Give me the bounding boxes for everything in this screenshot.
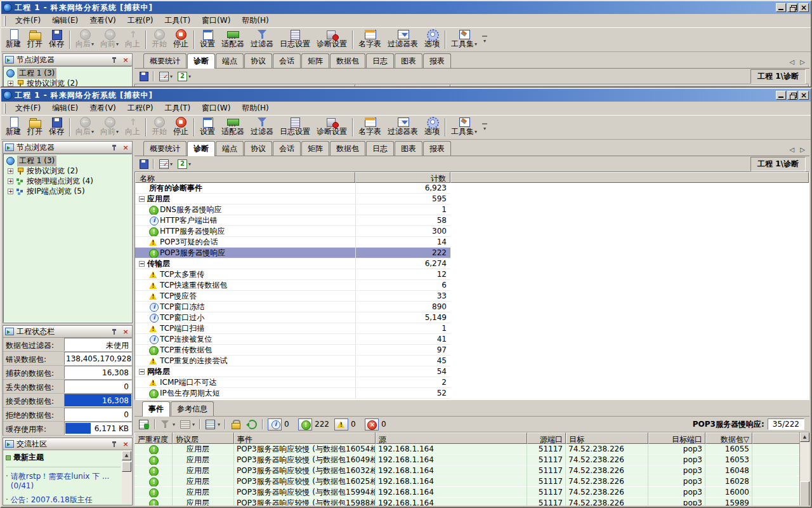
diag-row-3[interactable]: HTTP客户端出错58 — [135, 215, 809, 226]
scroll-thumb[interactable] — [122, 462, 131, 472]
lock-button[interactable] — [229, 418, 243, 430]
toolbar-button-up[interactable]: 向上 — [122, 116, 143, 138]
toolbar-button-stop[interactable]: 停止 — [170, 116, 192, 138]
minimize-button[interactable] — [776, 91, 786, 100]
minimize-button[interactable] — [776, 3, 786, 12]
event-row-4[interactable]: 应用层POP3服务器响应较慢 (与数据包15994相隔460...192.168… — [134, 487, 809, 498]
pin-button[interactable] — [110, 328, 119, 336]
toolbar-overflow-button[interactable]: ▾ — [480, 116, 489, 138]
diag-row-8[interactable]: TCP太多重传12 — [135, 269, 809, 280]
menu-item-3[interactable]: 工程(P) — [122, 102, 159, 115]
menu-item-4[interactable]: 工具(T) — [159, 102, 196, 115]
diag-row-17[interactable]: −网络层54 — [135, 366, 809, 377]
refresh-button[interactable]: ▾ — [176, 71, 192, 81]
menu-item-2[interactable]: 查看(V) — [84, 14, 122, 27]
toolbar-button-toolset[interactable]: 工具集▾ — [448, 116, 480, 138]
toolbar-button-open[interactable]: 打开 — [24, 29, 46, 51]
scroll-thumb[interactable] — [800, 481, 809, 505]
toolbar-button-filter-table[interactable]: 过滤器表 — [384, 29, 421, 51]
toolbar-button-save[interactable]: 保存 — [46, 29, 67, 51]
name-table-button[interactable]: ▾ — [178, 418, 196, 430]
tree-node-0[interactable]: +按协议浏览 (2) — [5, 78, 131, 88]
event-row-1[interactable]: 应用层POP3服务器响应较慢 (与数据包16049相隔463...192.168… — [134, 455, 809, 465]
event-column-header-1[interactable]: 协议层 — [173, 432, 234, 444]
tab-1[interactable]: 诊断 — [187, 53, 215, 69]
tree-node-1[interactable]: +按物理端点浏览 (4) — [5, 176, 131, 186]
toolbar-button-diag-settings[interactable]: 诊断设置 — [313, 116, 350, 138]
tab-2[interactable]: 端点 — [216, 141, 244, 156]
pin-button[interactable] — [110, 56, 119, 64]
menu-item-5[interactable]: 窗口(W) — [196, 102, 236, 115]
toolbar-button-back[interactable]: 向后▾ — [72, 116, 97, 138]
menu-item-4[interactable]: 工具(T) — [159, 14, 196, 27]
scroll-up-button[interactable]: ▲ — [800, 432, 809, 442]
tab-8[interactable]: 图表 — [395, 141, 422, 156]
diag-row-2[interactable]: DNS服务器慢响应1 — [135, 204, 809, 215]
tab-2[interactable]: 端点 — [216, 53, 244, 68]
menu-item-6[interactable]: 帮助(H) — [236, 102, 274, 115]
expand-icon[interactable]: + — [8, 178, 13, 184]
menu-item-3[interactable]: 工程(P) — [122, 14, 159, 27]
toolbar-button-adapter[interactable]: 适配器 — [218, 29, 247, 51]
tab-3[interactable]: 协议 — [244, 53, 272, 68]
event-tab-0[interactable]: 事件 — [142, 401, 170, 417]
toolbar-button-log-settings[interactable]: 日志设置 — [277, 116, 313, 138]
toolbar-button-start[interactable]: 开始 — [148, 116, 170, 138]
column-list-button[interactable]: ▾ — [157, 159, 174, 169]
tab-nav-arrows[interactable]: ◁ ▷ — [787, 146, 809, 156]
column-list-button[interactable]: ▾ — [157, 71, 174, 81]
toolbar-button-filter[interactable]: 过滤器 — [247, 29, 277, 51]
scroll-up-button[interactable]: ▲ — [122, 451, 131, 460]
toolbar-button-forward[interactable]: 向前▾ — [97, 116, 122, 138]
expand-icon[interactable]: + — [8, 189, 13, 194]
pin-button[interactable] — [110, 144, 119, 152]
expand-icon[interactable]: + — [8, 81, 13, 86]
restore-button[interactable] — [787, 3, 797, 12]
save-view-button[interactable] — [137, 159, 150, 169]
tab-nav-arrows[interactable]: ◁ ▷ — [787, 58, 809, 68]
toolbar-button-name-table[interactable]: 名字表 — [355, 29, 384, 51]
tree-root-node[interactable]: 工程 1 (3) — [5, 156, 131, 166]
toolbar-button-diag-settings[interactable]: 诊断设置 — [313, 29, 350, 51]
counter-error[interactable]: 0 — [365, 418, 390, 431]
close-panel-button[interactable]: × — [121, 144, 130, 152]
toolbar-button-filter-table[interactable]: 过滤器表 — [384, 116, 421, 138]
event-column-header-7[interactable]: 数据包▽ — [705, 432, 752, 444]
counter-warn[interactable]: 0 — [334, 418, 360, 431]
menu-item-0[interactable]: 文件(F) — [10, 14, 46, 27]
toolbar-button-new[interactable]: 新建 — [3, 116, 24, 138]
toolbar-button-start[interactable]: 开始 — [148, 29, 170, 51]
event-column-header-4[interactable]: 源端口 — [527, 432, 566, 444]
toolbar-button-name-table[interactable]: 名字表 — [355, 116, 384, 138]
menu-item-1[interactable]: 编辑(E) — [46, 102, 84, 115]
pin-button[interactable] — [110, 440, 119, 448]
toolbar-button-settings[interactable]: 设置 — [197, 116, 218, 138]
event-column-header-6[interactable]: 目标端口 — [648, 432, 705, 444]
collapse-icon[interactable]: − — [139, 196, 145, 202]
diag-row-0[interactable]: 所有的诊断事件6,923 — [135, 183, 809, 194]
titlebar[interactable]: 工程 1 - 科来网络分析系统 [捕获中] — [1, 89, 811, 102]
menu-item-0[interactable]: 文件(F) — [10, 102, 46, 115]
column-select-button[interactable]: ▾ — [204, 418, 221, 430]
menu-item-2[interactable]: 查看(V) — [84, 102, 122, 115]
tab-6[interactable]: 数据包 — [330, 53, 365, 68]
tab-6[interactable]: 数据包 — [330, 141, 365, 156]
event-tab-1[interactable]: 参考信息 — [171, 401, 214, 416]
diag-row-7[interactable]: −传输层6,274 — [135, 258, 809, 269]
community-scrollbar[interactable]: ▲ — [122, 451, 131, 504]
toolbar-button-log-settings[interactable]: 日志设置 — [277, 29, 313, 51]
tree-node-0[interactable]: +按协议浏览 (2) — [5, 166, 131, 176]
toolbar-button-new[interactable]: 新建 — [3, 29, 24, 51]
diag-row-19[interactable]: IP包生存周期太短52 — [135, 388, 809, 399]
refresh-button[interactable]: ▾ — [176, 159, 192, 169]
toolbar-button-options[interactable]: 选项 — [421, 29, 443, 51]
event-column-header-2[interactable]: 事件 — [234, 432, 376, 444]
tab-7[interactable]: 日志 — [366, 141, 394, 156]
diag-row-13[interactable]: TCP端口扫描1 — [135, 323, 809, 334]
menu-item-1[interactable]: 编辑(E) — [46, 14, 84, 27]
close-button[interactable] — [799, 91, 809, 100]
close-panel-button[interactable]: × — [121, 56, 130, 64]
app-window-back[interactable]: 工程 1 - 科来网络分析系统 [捕获中] 文件(F)编辑(E)查看(V)工程(… — [0, 0, 812, 88]
menu-item-6[interactable]: 帮助(H) — [236, 14, 274, 27]
toolbar-button-toolset[interactable]: 工具集▾ — [448, 29, 480, 51]
